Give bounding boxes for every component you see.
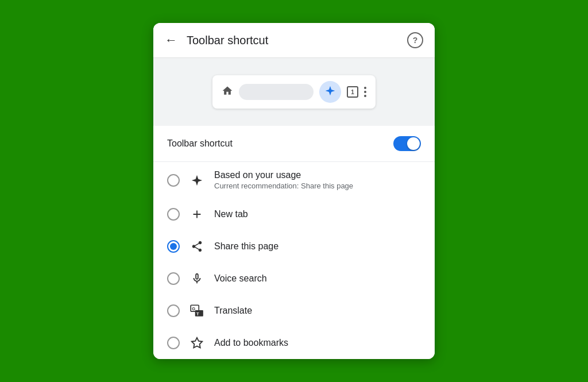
list-item[interactable]: Add to bookmarks (153, 327, 435, 359)
toolbar-preview-area: 1 (153, 58, 435, 126)
home-icon (222, 85, 233, 99)
list-item[interactable]: New tab (153, 198, 435, 230)
settings-panel: ← Toolbar shortcut ? 1 (153, 23, 435, 359)
option-label: Based on your usage (214, 170, 353, 180)
list-item[interactable]: G T Translate (153, 295, 435, 327)
option-label: New tab (214, 209, 248, 219)
back-button[interactable]: ← (165, 34, 177, 47)
toolbar-shortcut-toggle-row: Toolbar shortcut (153, 126, 435, 162)
option-label: Voice search (214, 273, 267, 284)
based-on-usage-text: Based on your usage Current recommendati… (214, 170, 353, 190)
option-sublabel: Current recommendation: Share this page (214, 182, 353, 190)
list-item[interactable]: Voice search (153, 263, 435, 295)
new-tab-text: New tab (214, 209, 248, 219)
option-label: Add to bookmarks (214, 338, 288, 348)
list-item[interactable]: Based on your usage Current recommendati… (153, 162, 435, 198)
radio-add-to-bookmarks[interactable] (167, 337, 180, 349)
voice-search-text: Voice search (214, 273, 267, 284)
toggle-label: Toolbar shortcut (167, 138, 233, 149)
radio-share-this-page[interactable] (167, 240, 180, 253)
share-this-page-text: Share this page (214, 241, 278, 252)
radio-translate[interactable] (167, 304, 180, 317)
radio-list: Based on your usage Current recommendati… (153, 162, 435, 359)
page-title: Toolbar shortcut (187, 34, 268, 47)
toolbar-preview: 1 (212, 75, 376, 109)
star-icon (189, 335, 205, 351)
header-left: ← Toolbar shortcut (165, 34, 268, 47)
mic-icon (189, 271, 205, 287)
list-item[interactable]: Share this page (153, 230, 435, 263)
translate-icon: G T (189, 303, 205, 319)
address-bar (239, 84, 314, 100)
sparkle-icon (324, 85, 336, 99)
radio-voice-search[interactable] (167, 272, 180, 285)
radio-new-tab[interactable] (167, 208, 180, 221)
toolbar-shortcut-button[interactable] (319, 81, 341, 103)
add-to-bookmarks-text: Add to bookmarks (214, 338, 288, 348)
header: ← Toolbar shortcut ? (153, 23, 435, 58)
option-label: Share this page (214, 241, 278, 252)
help-button[interactable]: ? (407, 32, 423, 48)
translate-text: Translate (214, 306, 252, 316)
share-icon (189, 238, 205, 254)
toolbar-shortcut-toggle[interactable] (393, 136, 421, 151)
tabs-icon: 1 (347, 86, 358, 98)
svg-text:G: G (192, 306, 195, 311)
plus-icon (189, 206, 205, 222)
radio-based-on-usage[interactable] (167, 174, 180, 187)
menu-icon[interactable] (364, 87, 366, 97)
sparkle-icon (189, 172, 205, 188)
option-label: Translate (214, 306, 252, 316)
svg-text:T: T (196, 311, 199, 317)
